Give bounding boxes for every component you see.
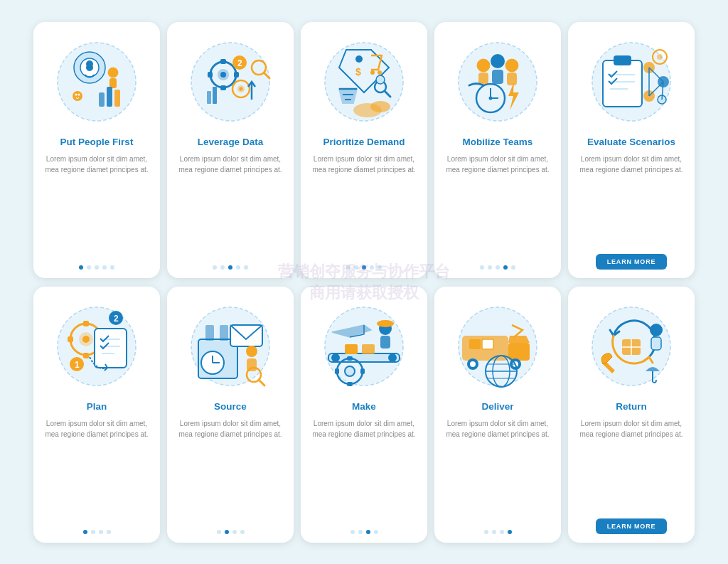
dot <box>362 265 366 270</box>
svg-point-13 <box>191 43 269 121</box>
dots-deliver <box>484 530 512 534</box>
svg-point-47 <box>491 54 505 68</box>
card-body-leverage-data: Lorem ipsum dolor sit dim amet, mea regi… <box>177 154 284 259</box>
card-title-source: Source <box>214 400 247 413</box>
svg-point-107 <box>377 320 394 327</box>
card-body-source: Lorem ipsum dolor sit dim amet, mea regi… <box>177 418 284 523</box>
card-evaluate-scenarios: Evaluate Scenarios Lorem ipsum dolor sit… <box>568 22 695 278</box>
dots-put-people-first <box>79 265 114 270</box>
card-title-make: Make <box>352 400 376 413</box>
dot <box>110 265 114 270</box>
card-title-mobilize-teams: Mobilize Teams <box>463 136 533 149</box>
card-source: Source Lorem ipsum dolor sit dim amet, m… <box>167 287 294 543</box>
svg-rect-123 <box>469 339 481 349</box>
dot <box>492 530 496 534</box>
svg-point-16 <box>220 72 226 78</box>
svg-rect-117 <box>508 343 530 361</box>
card-return: Return Lorem ipsum dolor sit dim amet, m… <box>568 287 695 543</box>
dots-mobilize-teams <box>480 265 515 270</box>
svg-rect-50 <box>507 73 517 85</box>
illustration-make <box>314 297 414 396</box>
svg-point-102 <box>331 353 340 362</box>
svg-rect-124 <box>482 339 493 349</box>
svg-point-43 <box>370 101 390 112</box>
dot <box>213 265 217 270</box>
dot <box>488 265 492 270</box>
card-body-deliver: Lorem ipsum dolor sit dim amet, mea regi… <box>444 418 551 523</box>
dot <box>496 265 500 270</box>
card-make: Make Lorem ipsum dolor sit dim amet, mea… <box>301 287 427 543</box>
svg-point-103 <box>388 353 397 362</box>
card-body-return: Lorem ipsum dolor sit dim amet, mea regi… <box>578 418 685 512</box>
learn-more-button-return[interactable]: LEARN MORE <box>596 518 668 534</box>
illustration-leverage-data: 2 <box>181 32 280 132</box>
dot <box>225 530 229 534</box>
svg-point-40 <box>376 75 385 84</box>
svg-point-93 <box>246 346 257 357</box>
svg-point-134 <box>650 324 663 336</box>
svg-point-45 <box>477 59 490 72</box>
dot <box>500 530 504 534</box>
svg-rect-135 <box>651 337 661 350</box>
main-grid: Put People First Lorem ipsum dolor sit d… <box>22 11 706 554</box>
svg-point-120 <box>470 361 476 367</box>
dot <box>217 530 221 534</box>
dot <box>350 530 355 534</box>
svg-rect-92 <box>230 325 262 346</box>
card-put-people-first: Put People First Lorem ipsum dolor sit d… <box>33 22 160 278</box>
dot <box>102 265 107 270</box>
dot <box>508 530 512 534</box>
illustration-source <box>181 297 280 396</box>
svg-text:1: 1 <box>75 360 80 370</box>
svg-rect-17 <box>220 59 226 64</box>
dot <box>228 265 232 270</box>
card-title-return: Return <box>616 400 647 413</box>
illustration-plan: 2 1 <box>47 297 146 396</box>
svg-rect-77 <box>83 353 89 358</box>
svg-point-49 <box>505 59 518 72</box>
svg-rect-12 <box>114 90 120 107</box>
svg-rect-57 <box>603 60 642 107</box>
svg-text:$: $ <box>355 66 361 78</box>
svg-point-71 <box>657 54 663 60</box>
svg-point-5 <box>108 68 118 78</box>
dot <box>83 530 87 534</box>
dot <box>87 265 91 270</box>
illustration-prioritize-demand: $ <box>314 32 414 132</box>
svg-line-99 <box>259 380 264 385</box>
svg-rect-10 <box>99 92 105 107</box>
card-prioritize-demand: $ <box>301 22 427 278</box>
dot <box>511 265 515 270</box>
card-body-put-people-first: Lorem ipsum dolor sit dim amet, mea regi… <box>43 154 150 259</box>
dot <box>79 265 83 270</box>
card-title-deliver: Deliver <box>481 400 513 413</box>
illustration-evaluate-scenarios <box>582 32 681 132</box>
illustration-return <box>582 297 681 396</box>
card-body-evaluate-scenarios: Lorem ipsum dolor sit dim amet, mea regi… <box>578 154 685 248</box>
dots-prioritize-demand <box>346 265 382 270</box>
svg-text:2: 2 <box>114 314 119 324</box>
dot <box>374 530 378 534</box>
svg-rect-11 <box>107 87 112 107</box>
svg-rect-105 <box>362 344 375 354</box>
dot <box>220 265 225 270</box>
dot <box>484 530 488 534</box>
svg-point-34 <box>370 70 375 75</box>
svg-rect-108 <box>380 336 390 348</box>
svg-rect-58 <box>614 55 631 65</box>
svg-rect-112 <box>347 382 353 386</box>
svg-rect-25 <box>207 91 211 104</box>
svg-rect-80 <box>95 329 127 368</box>
dot <box>232 530 237 534</box>
dots-leverage-data <box>213 265 248 270</box>
svg-rect-26 <box>213 87 217 104</box>
svg-rect-111 <box>347 356 353 361</box>
illustration-deliver <box>448 297 547 396</box>
row-2: 2 1 Plan Lorem ipsum dolor sit dim amet,… <box>33 287 695 543</box>
learn-more-button-evaluate[interactable]: LEARN MORE <box>596 254 668 270</box>
svg-rect-114 <box>360 368 365 374</box>
card-body-plan: Lorem ipsum dolor sit dim amet, mea regi… <box>43 418 150 523</box>
svg-rect-18 <box>220 85 226 90</box>
card-title-evaluate-scenarios: Evaluate Scenarios <box>587 136 675 149</box>
dot <box>107 530 111 534</box>
